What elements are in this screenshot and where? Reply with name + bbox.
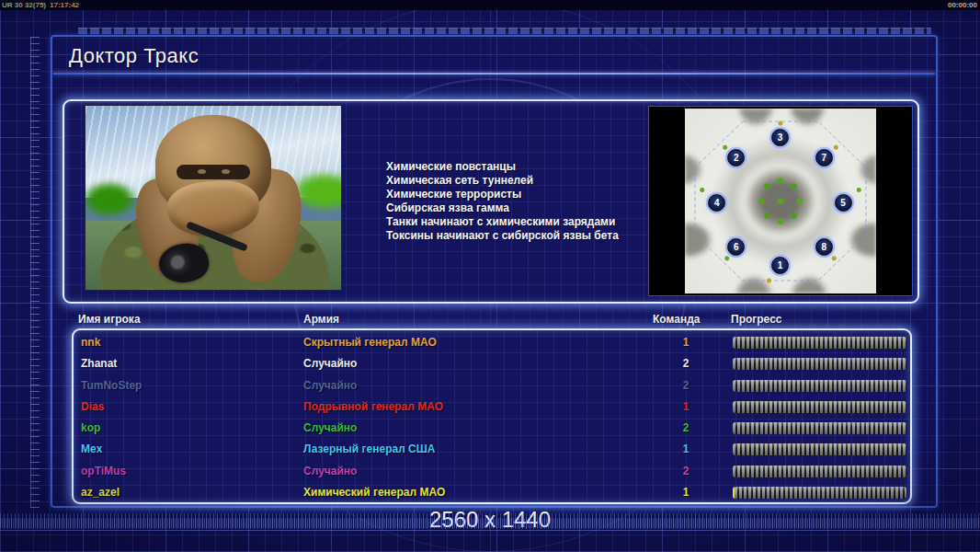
mission-feature: Химическая сеть туннелей <box>386 174 634 188</box>
player-army: Скрытный генерал МАО <box>303 336 437 349</box>
column-header-army: Армия <box>303 313 339 326</box>
loading-screen: UR 30 32(75)17:17:42 00:00:00 Доктор Тра… <box>0 0 980 552</box>
player-row: DiasПодрывной генерал МАО1 <box>74 397 910 418</box>
player-team: 1 <box>669 336 702 349</box>
player-team: 1 <box>669 443 702 455</box>
player-army: Случайно <box>303 421 357 434</box>
player-name: kop <box>81 421 100 434</box>
player-army: Случайно <box>303 357 357 370</box>
mission-feature: Химические повстанцы <box>386 160 634 174</box>
ruler-left <box>30 37 40 508</box>
player-team: 2 <box>669 379 702 392</box>
game-timer: 00:00:00 <box>948 0 977 10</box>
player-progress-fill <box>733 401 906 413</box>
map-spawn-marker: 5 <box>835 194 852 212</box>
player-name: Zhanat <box>81 357 117 370</box>
player-row: MexЛазерный генерал США1 <box>74 439 910 460</box>
waveform-strip-inner <box>0 519 980 528</box>
map-preview-box: 32745681 <box>648 106 913 296</box>
map-preview: 32745681 <box>685 109 876 293</box>
player-progress-fill <box>735 487 906 499</box>
player-row: az_azelХимический генерал МАО1 <box>74 482 910 503</box>
general-portrait <box>85 105 342 291</box>
player-row: opTiMusСлучайно2 <box>74 461 910 482</box>
map-spawn-marker: 4 <box>708 194 725 212</box>
column-header-team: Команда <box>653 313 700 326</box>
column-header-progress: Прогресс <box>731 313 781 326</box>
map-spawn-marker: 8 <box>815 238 833 256</box>
player-progress-bar <box>733 358 906 370</box>
player-row: TumNoStepСлучайно2 <box>74 375 910 397</box>
portrait-eye <box>198 169 206 174</box>
player-name: TumNoStep <box>81 379 142 392</box>
player-name: Dias <box>81 400 104 413</box>
film-strip-top <box>78 28 931 34</box>
mission-feature: Танки начинают с химическими зарядами <box>386 215 634 229</box>
player-progress-fill <box>733 422 906 434</box>
player-rows: nnkСкрытный генерал МАО1ZhanatСлучайно2T… <box>72 328 912 504</box>
player-progress-bar <box>733 337 906 349</box>
player-name: Mex <box>81 443 102 455</box>
player-name: opTiMus <box>81 465 126 477</box>
player-progress-fill <box>733 380 906 392</box>
player-progress-bar <box>733 422 906 434</box>
player-team: 2 <box>669 357 702 370</box>
map-spawn-marker: 1 <box>771 257 789 274</box>
player-progress-fill <box>733 443 906 455</box>
fps-counter: UR 30 32(75) <box>2 1 46 9</box>
debug-status-bar: UR 30 32(75)17:17:42 00:00:00 <box>0 0 980 10</box>
map-spawn-marker: 6 <box>727 238 745 256</box>
mission-feature: Сибирская язва гамма <box>386 201 634 215</box>
player-progress-fill <box>733 466 906 477</box>
column-header-name: Имя игрока <box>78 313 141 326</box>
waveform-baseline <box>0 530 980 531</box>
player-army: Случайно <box>303 465 357 477</box>
map-spawn-marker: 7 <box>815 149 833 167</box>
player-progress-bar <box>733 466 906 477</box>
map-title: Доктор Тракс <box>69 44 199 68</box>
player-row: ZhanatСлучайно2 <box>74 353 910 374</box>
player-team: 2 <box>669 421 702 434</box>
player-progress-bar <box>733 380 906 392</box>
player-army: Химический генерал МАО <box>303 486 445 499</box>
briefing-panel: Химические повстанцыХимическая сеть тунн… <box>63 99 919 304</box>
player-name: az_azel <box>81 486 120 499</box>
player-progress-bar <box>733 487 906 499</box>
player-row: kopСлучайно2 <box>74 418 910 439</box>
player-army: Подрывной генерал МАО <box>303 400 443 413</box>
player-progress-bar <box>733 443 906 455</box>
player-army: Лазерный генерал США <box>303 443 436 455</box>
title-divider <box>53 73 935 75</box>
player-progress-fill <box>733 337 906 349</box>
player-progress-bar <box>733 401 906 413</box>
player-team: 1 <box>669 486 702 499</box>
debug-counters: UR 30 32(75)17:17:42 <box>2 0 79 10</box>
portrait-eye-band <box>177 165 250 179</box>
player-name: nnk <box>81 336 100 349</box>
player-progress-fill <box>733 358 906 370</box>
portrait-eye <box>222 169 230 174</box>
mission-feature: Токсины начинают с сибирской язвы бета <box>386 229 634 243</box>
player-row: nnkСкрытный генерал МАО1 <box>74 332 910 353</box>
mission-feature: Химические террористы <box>386 188 634 201</box>
player-team: 2 <box>669 465 702 477</box>
player-team: 1 <box>669 400 702 413</box>
mission-features: Химические повстанцыХимическая сеть тунн… <box>386 160 634 243</box>
player-army: Случайно <box>303 379 357 392</box>
clock-time: 17:17:42 <box>50 1 79 9</box>
